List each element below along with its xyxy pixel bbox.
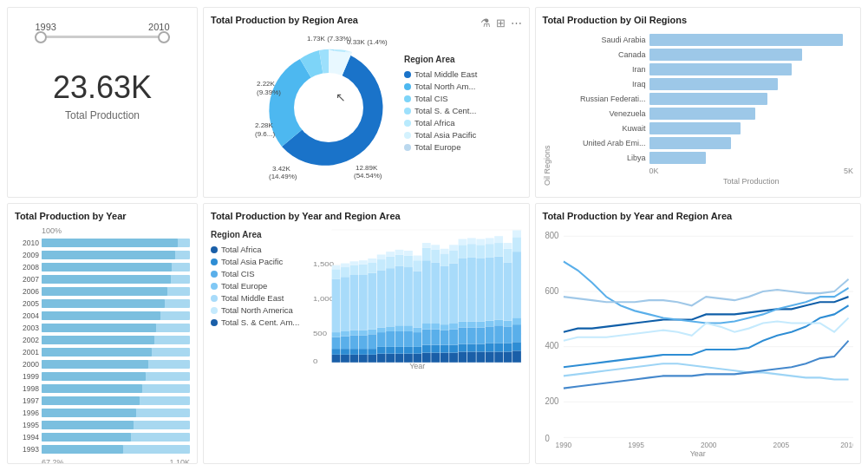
stacked-legend-northam[interactable]: Total North America bbox=[211, 305, 306, 315]
stacked-bar-segment[interactable] bbox=[422, 260, 431, 324]
stacked-bar-segment[interactable] bbox=[449, 324, 458, 330]
stacked-bar-segment[interactable] bbox=[332, 337, 341, 349]
stacked-bar-segment[interactable] bbox=[413, 347, 421, 354]
stacked-bar-segment[interactable] bbox=[413, 260, 421, 271]
stacked-bar-segment[interactable] bbox=[386, 326, 395, 331]
stacked-bar-segment[interactable] bbox=[486, 343, 494, 351]
stacked-bar-segment[interactable] bbox=[459, 258, 467, 322]
stacked-bar-segment[interactable] bbox=[431, 250, 440, 263]
stacked-bar-segment[interactable] bbox=[504, 351, 512, 362]
stacked-bar-segment[interactable] bbox=[359, 349, 368, 355]
stacked-bar-segment[interactable] bbox=[349, 275, 358, 330]
stacked-bar-segment[interactable] bbox=[404, 251, 413, 256]
stacked-bar-segment[interactable] bbox=[413, 271, 421, 328]
stacked-bar-segment[interactable] bbox=[404, 331, 413, 347]
stacked-bar-segment[interactable] bbox=[449, 245, 458, 251]
stacked-bar-segment[interactable] bbox=[504, 262, 512, 320]
stacked-legend-mideast[interactable]: Total Middle East bbox=[211, 293, 306, 303]
slider-thumb-left[interactable] bbox=[35, 31, 47, 43]
stacked-bar-segment[interactable] bbox=[467, 327, 476, 343]
stacked-bar-segment[interactable] bbox=[467, 258, 476, 322]
stacked-bar-segment[interactable] bbox=[386, 347, 395, 354]
stacked-bar-segment[interactable] bbox=[431, 245, 440, 250]
stacked-bar-segment[interactable] bbox=[395, 331, 404, 347]
stacked-bar-segment[interactable] bbox=[459, 245, 467, 258]
legend-asia[interactable]: Total Asia Pacific bbox=[404, 130, 477, 140]
stacked-bar-segment[interactable] bbox=[395, 266, 404, 325]
stacked-bar-segment[interactable] bbox=[431, 262, 440, 324]
stacked-bar-segment[interactable] bbox=[494, 243, 503, 257]
stacked-bar-segment[interactable] bbox=[395, 325, 404, 331]
stacked-bar-segment[interactable] bbox=[476, 344, 485, 352]
stacked-bar-segment[interactable] bbox=[377, 259, 386, 270]
stacked-legend-cis[interactable]: Total CIS bbox=[211, 269, 306, 278]
stacked-bar-segment[interactable] bbox=[368, 330, 376, 335]
stacked-bar-segment[interactable] bbox=[404, 325, 413, 331]
stacked-bar-segment[interactable] bbox=[512, 230, 521, 237]
stacked-bar-segment[interactable] bbox=[494, 343, 503, 351]
stacked-bar-segment[interactable] bbox=[349, 265, 358, 275]
stacked-bar-segment[interactable] bbox=[332, 349, 341, 355]
stacked-bar-segment[interactable] bbox=[459, 344, 467, 352]
stacked-bar-segment[interactable] bbox=[449, 264, 458, 324]
stacked-bar-segment[interactable] bbox=[404, 347, 413, 354]
year-range-slider[interactable]: 1993 2010 bbox=[18, 22, 186, 38]
stacked-bar-segment[interactable] bbox=[431, 324, 440, 330]
stacked-bar-segment[interactable] bbox=[349, 330, 358, 336]
stacked-bar-segment[interactable] bbox=[467, 351, 476, 362]
stacked-bar-segment[interactable] bbox=[459, 322, 467, 328]
stacked-bar-segment[interactable] bbox=[386, 257, 395, 268]
stacked-bar-segment[interactable] bbox=[512, 237, 521, 252]
stacked-bar-segment[interactable] bbox=[359, 260, 368, 264]
stacked-bar-segment[interactable] bbox=[395, 250, 404, 255]
stacked-legend-africa[interactable]: Total Africa bbox=[211, 245, 306, 254]
stacked-bar-segment[interactable] bbox=[395, 347, 404, 354]
stacked-bar-segment[interactable] bbox=[349, 335, 358, 349]
stacked-bar-segment[interactable] bbox=[504, 243, 512, 249]
slider-thumb-right[interactable] bbox=[158, 31, 170, 43]
stacked-bar-segment[interactable] bbox=[494, 236, 503, 243]
stacked-bar-segment[interactable] bbox=[486, 244, 494, 258]
legend-north-am[interactable]: Total North Am... bbox=[404, 82, 477, 91]
stacked-bar-segment[interactable] bbox=[494, 257, 503, 320]
stacked-bar-segment[interactable] bbox=[332, 332, 341, 337]
legend-africa[interactable]: Total Africa bbox=[404, 118, 477, 128]
stacked-bar-segment[interactable] bbox=[349, 349, 358, 355]
stacked-bar-segment[interactable] bbox=[441, 266, 449, 324]
stacked-bar-segment[interactable] bbox=[449, 345, 458, 353]
stacked-bar-segment[interactable] bbox=[459, 239, 467, 245]
slider-track[interactable] bbox=[35, 36, 169, 38]
stacked-bar-segment[interactable] bbox=[467, 238, 476, 244]
stacked-bar-segment[interactable] bbox=[512, 350, 521, 362]
legend-s-cent[interactable]: Total S. & Cent... bbox=[404, 106, 477, 115]
stacked-bar-segment[interactable] bbox=[359, 275, 368, 330]
stacked-bar-segment[interactable] bbox=[377, 332, 386, 347]
stacked-bar-segment[interactable] bbox=[368, 273, 376, 330]
stacked-bar-segment[interactable] bbox=[368, 262, 376, 272]
stacked-bar-segment[interactable] bbox=[504, 343, 512, 351]
stacked-bar-segment[interactable] bbox=[504, 321, 512, 327]
stacked-bar-segment[interactable] bbox=[386, 268, 395, 326]
stacked-bar-segment[interactable] bbox=[512, 252, 521, 317]
stacked-bar-segment[interactable] bbox=[512, 342, 521, 350]
stacked-bar-segment[interactable] bbox=[377, 270, 386, 327]
stacked-bar-segment[interactable] bbox=[422, 345, 431, 353]
stacked-bar-segment[interactable] bbox=[359, 330, 368, 336]
stacked-bar-segment[interactable] bbox=[422, 324, 431, 330]
stacked-bar-segment[interactable] bbox=[476, 322, 485, 328]
stacked-bar-segment[interactable] bbox=[368, 349, 376, 355]
legend-middle-east[interactable]: Total Middle East bbox=[404, 69, 477, 79]
expand-icon[interactable]: ⊞ bbox=[496, 16, 506, 29]
stacked-bar-segment[interactable] bbox=[431, 345, 440, 353]
stacked-bar-segment[interactable] bbox=[332, 265, 341, 269]
stacked-bar-segment[interactable] bbox=[441, 345, 449, 353]
stacked-bar-segment[interactable] bbox=[494, 325, 503, 343]
stacked-bar-segment[interactable] bbox=[467, 322, 476, 328]
stacked-bar-segment[interactable] bbox=[476, 327, 485, 343]
stacked-bar-segment[interactable] bbox=[413, 256, 421, 261]
stacked-bar-segment[interactable] bbox=[377, 347, 386, 354]
line-series[interactable] bbox=[563, 341, 848, 389]
stacked-bar-segment[interactable] bbox=[341, 349, 349, 355]
stacked-bar-segment[interactable] bbox=[377, 254, 386, 259]
stacked-bar-segment[interactable] bbox=[386, 331, 395, 347]
